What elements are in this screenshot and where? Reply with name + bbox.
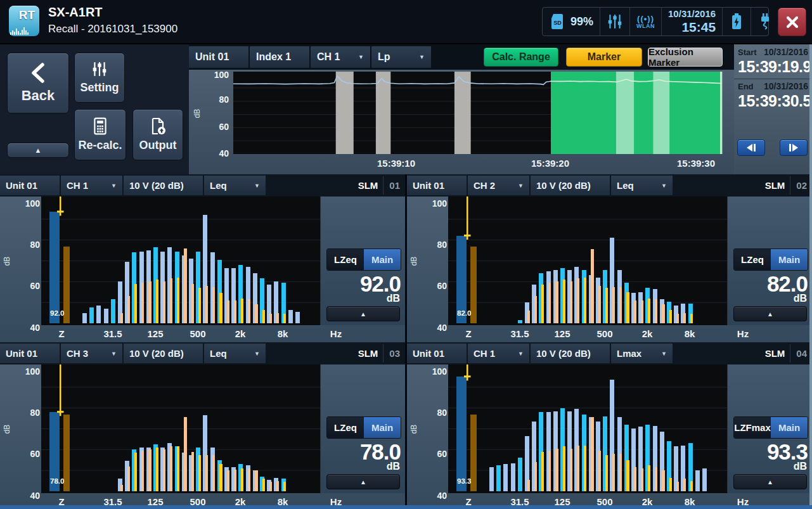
power-status	[751, 8, 779, 35]
y-tick: 80	[409, 240, 447, 250]
step-backward-button[interactable]	[737, 139, 765, 156]
chevron-down-icon: ▼	[661, 351, 667, 357]
battery-icon	[729, 12, 744, 31]
unit-select[interactable]: Unit 01	[0, 344, 60, 363]
chevron-down-icon: ▼	[419, 54, 425, 60]
y-tick: 60	[165, 122, 229, 132]
collapse-button[interactable]: ▲	[326, 306, 400, 321]
main-button[interactable]: Main	[771, 417, 808, 438]
channel-select[interactable]: CH 1 ▼	[468, 344, 529, 363]
quantity-select[interactable]: Leq ▼	[611, 176, 673, 195]
value-panel: LZeq Main 92.0 dB ▲	[320, 197, 405, 325]
chevron-down-icon: ▼	[518, 351, 524, 357]
level-unit: dB	[387, 293, 400, 304]
function-toggle: LZFmax Main	[733, 416, 808, 439]
spectrum-area: dB 100 80 60 40 78.0 LZeq Main 78.0 dB ▲…	[0, 364, 405, 509]
quantity-select[interactable]: Leq ▼	[204, 344, 266, 363]
main-button[interactable]: Main	[771, 249, 808, 270]
channel-select[interactable]: CH 3 ▼	[61, 344, 122, 363]
panel-collapse-button[interactable]: ▲	[7, 143, 69, 158]
x-tick: Z	[465, 328, 471, 339]
step-forward-button[interactable]	[780, 139, 808, 156]
range-select[interactable]: 10 V (20 dB)	[124, 344, 203, 363]
x-tick: 2k	[642, 328, 653, 339]
y-tick: 40	[409, 323, 447, 333]
main-button[interactable]: Main	[364, 417, 401, 438]
value-panel: LZFmax Main 93.3 dB ▲	[727, 364, 812, 493]
spectrum-chart: 78.0	[41, 364, 320, 493]
step-backward-icon	[745, 144, 757, 151]
slm-panel-3: Unit 01 CH 3 ▼ 10 V (20 dB) Leq ▼ SLM 03…	[0, 342, 405, 509]
collapse-button[interactable]: ▲	[733, 474, 807, 489]
back-button[interactable]: Back	[7, 53, 69, 113]
range-select[interactable]: 10 V (20 dB)	[124, 176, 203, 195]
wlan-icon: ((•)) WLAN	[636, 15, 655, 29]
timeline-header: Unit 01 Index 1 CH 1 ▼ Lp ▼ Calc. Range …	[189, 44, 734, 70]
slm-number: 04	[790, 344, 812, 363]
main-button[interactable]: Main	[364, 249, 401, 270]
collapse-button[interactable]: ▲	[733, 306, 807, 321]
title-bar: RT SX-A1RT Recall - 20161031_153900 SD 9…	[0, 0, 812, 44]
status-time: 15:45	[681, 20, 716, 35]
spectrum-chart: 92.0	[41, 197, 320, 325]
value-panel: LZeq Main 78.0 dB ▲	[320, 364, 405, 493]
start-date: 10/31/2016	[764, 47, 808, 57]
timeline-chart[interactable]	[233, 72, 723, 154]
unit-select[interactable]: Unit 01	[407, 344, 467, 363]
function-button[interactable]: LZFmax	[734, 417, 771, 438]
function-button[interactable]: LZeq	[327, 249, 364, 270]
svg-text:92.0: 92.0	[50, 309, 64, 317]
y-tick: 60	[2, 281, 40, 291]
index-select[interactable]: Index 1	[250, 46, 309, 68]
y-tick: 100	[2, 366, 40, 377]
exclusion-marker-button[interactable]: Exclusion Marker	[648, 48, 723, 67]
start-time: 15:39:19.9	[738, 58, 808, 76]
x-tick: 15:39:30	[677, 158, 715, 169]
battery-status	[723, 8, 751, 35]
x-tick: 15:39:10	[377, 158, 415, 169]
x-tick: 125	[147, 328, 163, 339]
y-tick: 100	[165, 70, 229, 80]
slm-panel-1: Unit 01 CH 1 ▼ 10 V (20 dB) Leq ▼ SLM 01…	[0, 174, 405, 342]
chevron-down-icon: ▼	[254, 183, 260, 189]
calculator-icon	[92, 117, 108, 135]
svg-text:SD: SD	[553, 20, 562, 26]
bottom-edge-strip	[0, 505, 812, 509]
range-select[interactable]: 10 V (20 dB)	[531, 344, 610, 363]
calc-range-button[interactable]: Calc. Range	[484, 48, 558, 67]
marker-button[interactable]: Marker	[566, 48, 642, 67]
collapse-button[interactable]: ▲	[326, 474, 400, 489]
chevron-down-icon: ▼	[358, 54, 364, 60]
power-plug-icon	[757, 12, 773, 31]
triangle-up-icon: ▲	[360, 479, 366, 486]
quantity-select[interactable]: Lmax ▼	[611, 344, 673, 363]
unit-select[interactable]: Unit 01	[407, 176, 467, 195]
channel-select[interactable]: CH 1 ▼	[311, 46, 370, 68]
x-axis-unit: Hz	[330, 328, 342, 339]
unit-select[interactable]: Unit 01	[0, 176, 60, 195]
quantity-select[interactable]: Leq ▼	[204, 176, 266, 195]
right-edge-strip	[809, 44, 812, 505]
triangle-up-icon: ▲	[767, 479, 773, 486]
close-button[interactable]	[778, 8, 806, 36]
spectrum-chart: 93.3	[448, 364, 727, 493]
recalculate-button[interactable]: Re-calc.	[74, 109, 126, 160]
channel-select[interactable]: CH 2 ▼	[468, 176, 529, 195]
x-tick: 500	[596, 328, 612, 339]
range-select[interactable]: 10 V (20 dB)	[531, 176, 610, 195]
value-panel: LZeq Main 82.0 dB ▲	[727, 197, 812, 325]
status-bar: SD 99% ((•)) WLAN	[542, 7, 769, 36]
chevron-down-icon: ▼	[661, 183, 667, 189]
function-toggle: LZeq Main	[326, 248, 401, 271]
slm-header: Unit 01 CH 1 ▼ 10 V (20 dB) Lmax ▼ SLM 0…	[407, 342, 812, 364]
start-label: Start	[738, 48, 757, 57]
status-date: 10/31/2016	[668, 8, 716, 19]
function-button[interactable]: LZeq	[327, 417, 364, 438]
quantity-select[interactable]: Lp ▼	[371, 46, 431, 68]
channel-select[interactable]: CH 1 ▼	[61, 176, 122, 195]
slm-header: Unit 01 CH 2 ▼ 10 V (20 dB) Leq ▼ SLM 02	[407, 174, 812, 197]
function-button[interactable]: LZeq	[734, 249, 771, 270]
unit-select[interactable]: Unit 01	[189, 46, 248, 68]
setting-button[interactable]: Setting	[74, 53, 125, 103]
wlan-status: ((•)) WLAN	[630, 8, 662, 35]
